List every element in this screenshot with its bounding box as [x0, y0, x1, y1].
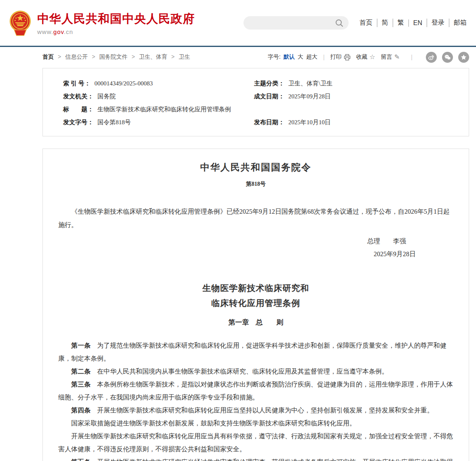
- breadcrumb: 首页 信息公开 国务院文件 卫生、体育 卫生: [42, 53, 190, 61]
- decree-number: 第818号: [58, 180, 453, 189]
- breadcrumb-health-sports[interactable]: 卫生、体育: [127, 53, 167, 61]
- meta-right-column: 主题分类： 卫生、体育\卫生 成文日期： 2025年09月28日 发布日期： 2…: [254, 77, 461, 129]
- meta-empty-row: [254, 103, 461, 116]
- pencil-icon: ✎: [394, 54, 400, 60]
- wechat-icon[interactable]: [442, 52, 453, 63]
- meta-written-date: 成文日期： 2025年09月28日: [254, 90, 461, 103]
- fontsize-large-button[interactable]: 大: [298, 53, 303, 61]
- meta-issuing-agency: 发文机关： 国务院: [63, 90, 254, 103]
- meta-left-column: 索 引 号： 000014349/2025-00083 发文机关： 国务院 标 …: [63, 77, 254, 129]
- chapter-heading: 第一章 总 则: [58, 317, 453, 328]
- signature-date: 2025年9月28日: [58, 248, 453, 261]
- signature-premier: 总理 李强: [58, 235, 453, 248]
- nav-home[interactable]: 首页: [355, 19, 377, 27]
- site-header: 中华人民共和国中央人民政府 www.gov.cn 首页 简 繁 EN 登录 邮箱: [0, 0, 476, 47]
- star-share-icon[interactable]: [458, 52, 469, 63]
- meta-topic-category: 主题分类： 卫生、体育\卫生: [254, 77, 461, 90]
- fontsize-default-button[interactable]: 默认: [283, 53, 295, 61]
- breadcrumb-state-council-docs[interactable]: 国务院文件: [88, 53, 127, 61]
- search-icon[interactable]: [335, 19, 344, 28]
- print-button[interactable]: 打印: [330, 53, 351, 61]
- search-box[interactable]: [243, 16, 349, 30]
- article-2: 第二条 在中华人民共和国境内从事生物医学新技术临床研究、临床转化应用及其监督管理…: [58, 365, 453, 378]
- printer-icon: [344, 54, 351, 61]
- breadcrumb-home[interactable]: 首页: [42, 53, 54, 61]
- site-url: www.gov.cn: [37, 28, 195, 35]
- fontsize-xlarge-button[interactable]: 超大: [306, 53, 317, 61]
- fontsize-label: 字号:: [268, 53, 281, 61]
- comment-button[interactable]: 留言 ✎: [381, 53, 400, 61]
- breadcrumb-info-disclosure[interactable]: 信息公开: [54, 53, 88, 61]
- top-nav: 首页 简 繁 EN 登录 邮箱: [355, 19, 471, 27]
- article-4-para-3: 开展生物医学新技术临床研究和临床转化应用应当具有科学依据，遵守法律、行政法规和国…: [58, 430, 453, 456]
- document-meta-box: 索 引 号： 000014349/2025-00083 发文机关： 国务院 标 …: [42, 68, 469, 136]
- star-icon: ☆: [370, 54, 375, 60]
- site-brand[interactable]: 中华人民共和国中央人民政府 www.gov.cn: [9, 10, 195, 36]
- search-input[interactable]: [250, 20, 335, 26]
- page-toolbar: 字号: 默认 大 超大 | 打印 收藏 ☆ 留言 ✎ |: [268, 52, 469, 63]
- nav-traditional[interactable]: 繁: [393, 19, 408, 27]
- decree-preamble: 《生物医学新技术临床研究和临床转化应用管理条例》已经2025年9月12日国务院第…: [58, 205, 453, 232]
- toolbar-divider: |: [323, 54, 325, 60]
- nav-mail[interactable]: 邮箱: [449, 19, 471, 27]
- national-emblem-logo: [9, 10, 32, 36]
- document-content-box: 中华人民共和国国务院令 第818号 《生物医学新技术临床研究和临床转化应用管理条…: [42, 149, 469, 461]
- site-title: 中华人民共和国中央人民政府: [37, 11, 195, 27]
- meta-document-number: 发文字号： 国令第818号: [63, 116, 254, 129]
- articles-section: 第一条 为了规范生物医学新技术临床研究和临床转化应用，促进医学科学技术进步和创新…: [58, 339, 453, 461]
- share-icon-group: [421, 52, 469, 63]
- nav-login[interactable]: 登录: [427, 19, 449, 27]
- article-4-para-2: 国家采取措施促进生物医学新技术创新发展，鼓励和支持生物医学新技术临床研究和临床转…: [58, 417, 453, 430]
- nav-english[interactable]: EN: [408, 19, 427, 27]
- regulation-title: 生物医学新技术临床研究和 临床转化应用管理条例: [58, 281, 453, 311]
- article-3: 第三条 本条例所称生物医学新技术，是指以对健康状态作出判断或者预防治疗疾病、促进…: [58, 378, 453, 404]
- toolbar-divider: |: [411, 54, 413, 60]
- article-1: 第一条 为了规范生物医学新技术临床研究和临床转化应用，促进医学科学技术进步和创新…: [58, 339, 453, 365]
- article-4: 第四条 开展生物医学新技术临床研究和临床转化应用应当坚持以人民健康为中心，坚持创…: [58, 404, 453, 417]
- favorite-button[interactable]: 收藏 ☆: [356, 53, 375, 61]
- article-5: 第五条 开展生物医学新技术临床研究应当经过学术审查和伦理审查，获得批准或者备案后…: [58, 456, 453, 461]
- meta-index-number: 索 引 号： 000014349/2025-00083: [63, 77, 254, 90]
- meta-title: 标 题： 生物医学新技术临床研究和临床转化应用管理条例: [63, 103, 254, 116]
- breadcrumb-health[interactable]: 卫生: [167, 53, 190, 61]
- nav-simplified[interactable]: 简: [377, 19, 393, 27]
- weibo-icon[interactable]: [426, 52, 437, 63]
- meta-publish-date: 发布日期： 2025年10月10日: [254, 116, 461, 129]
- decree-heading: 中华人民共和国国务院令: [58, 161, 453, 174]
